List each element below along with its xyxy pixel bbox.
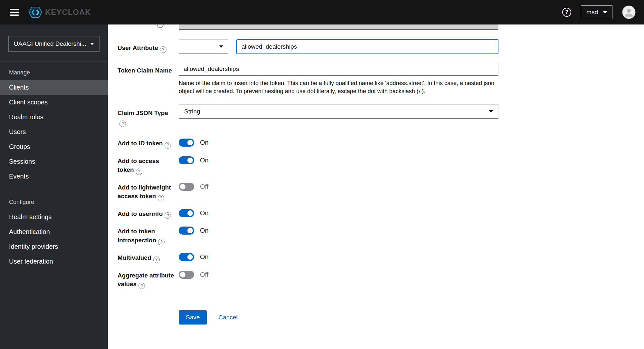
avatar[interactable] bbox=[622, 5, 636, 19]
sidebar-item-users[interactable]: Users bbox=[0, 124, 108, 139]
sidebar-section-configure: Configure bbox=[0, 191, 108, 209]
help-icon[interactable]: ? bbox=[158, 239, 165, 245]
help-icon[interactable]: ? bbox=[119, 121, 126, 127]
add-to-token-introspection-label: Add to token introspection? bbox=[118, 226, 179, 245]
realm-selector-block: UAAGI Unified Dealershi... bbox=[0, 24, 108, 62]
add-to-access-token-toggle[interactable] bbox=[179, 156, 194, 164]
sidebar-item-user-federation[interactable]: User federation bbox=[0, 254, 108, 269]
sidebar-nav: UAAGI Unified Dealershi... Manage Client… bbox=[0, 24, 108, 349]
chevron-down-icon bbox=[489, 110, 493, 112]
add-to-lightweight-access-token-row: Add to lightweight access token? Off bbox=[118, 182, 644, 201]
cropped-disabled-input bbox=[179, 24, 498, 30]
multivalued-toggle[interactable] bbox=[179, 253, 194, 261]
save-button[interactable]: Save bbox=[179, 310, 207, 325]
sidebar-item-sessions[interactable]: Sessions bbox=[0, 154, 108, 169]
chevron-down-icon bbox=[219, 45, 223, 48]
cropped-help-icon bbox=[157, 24, 164, 28]
keycloak-logo-icon bbox=[28, 6, 43, 18]
sidebar-item-client-scopes[interactable]: Client scopes bbox=[0, 95, 108, 110]
claim-json-type-select[interactable]: String bbox=[179, 104, 498, 119]
chevron-down-icon bbox=[90, 43, 94, 45]
mapper-form: User Attribute? Token Claim Name Name of… bbox=[108, 24, 644, 349]
add-to-userinfo-toggle[interactable] bbox=[179, 209, 194, 217]
cancel-link[interactable]: Cancel bbox=[218, 314, 237, 321]
token-claim-name-label: Token Claim Name bbox=[118, 62, 179, 75]
user-attribute-label: User Attribute? bbox=[118, 39, 179, 53]
sidebar-item-authentication[interactable]: Authentication bbox=[0, 224, 108, 239]
add-to-lightweight-access-token-label: Add to lightweight access token? bbox=[118, 182, 179, 201]
add-to-token-introspection-row: Add to token introspection? On bbox=[118, 226, 644, 245]
user-menu-dropdown[interactable]: msd bbox=[581, 5, 612, 19]
claim-json-type-row: Claim JSON Type? String bbox=[118, 104, 644, 127]
aggregate-attribute-values-label: Aggregate attribute values? bbox=[118, 270, 179, 289]
masthead: KEYCLOAK ? msd bbox=[0, 0, 644, 24]
add-to-id-token-toggle[interactable] bbox=[179, 139, 194, 147]
help-icon[interactable]: ? bbox=[153, 257, 160, 263]
sidebar-item-clients[interactable]: Clients bbox=[0, 80, 108, 95]
user-menu-label: msd bbox=[586, 9, 598, 16]
sidebar-item-events[interactable]: Events bbox=[0, 169, 108, 184]
add-to-userinfo-row: Add to userinfo? On bbox=[118, 208, 644, 219]
user-attribute-row: User Attribute? bbox=[118, 39, 644, 54]
brand-text: KEYCLOAK bbox=[45, 8, 91, 17]
help-icon[interactable]: ? bbox=[158, 195, 164, 201]
toggle-state: On bbox=[200, 139, 209, 146]
aggregate-attribute-values-row: Aggregate attribute values? Off bbox=[118, 270, 644, 289]
aggregate-attribute-values-toggle[interactable] bbox=[179, 271, 194, 279]
help-icon[interactable]: ? bbox=[562, 8, 571, 17]
sidebar-item-realm-settings[interactable]: Realm settings bbox=[0, 209, 108, 224]
add-to-id-token-label: Add to ID token? bbox=[118, 138, 179, 148]
add-to-userinfo-label: Add to userinfo? bbox=[118, 208, 179, 219]
help-icon[interactable]: ? bbox=[138, 283, 145, 289]
add-to-lightweight-access-token-toggle[interactable] bbox=[179, 183, 194, 191]
keycloak-logo: KEYCLOAK bbox=[28, 6, 91, 18]
realm-selector[interactable]: UAAGI Unified Dealershi... bbox=[8, 36, 99, 52]
sidebar-item-identity-providers[interactable]: Identity providers bbox=[0, 239, 108, 254]
add-to-token-introspection-toggle[interactable] bbox=[179, 227, 194, 235]
token-claim-name-helper: Name of the claim to insert into the tok… bbox=[179, 79, 496, 95]
realm-selector-label: UAAGI Unified Dealershi... bbox=[14, 40, 86, 47]
toggle-state: On bbox=[200, 253, 209, 261]
toggle-state: On bbox=[200, 227, 209, 234]
sidebar-item-groups[interactable]: Groups bbox=[0, 139, 108, 154]
toggle-state: On bbox=[200, 157, 209, 164]
sidebar-item-realm-roles[interactable]: Realm roles bbox=[0, 110, 108, 124]
chevron-down-icon bbox=[603, 11, 607, 14]
help-icon[interactable]: ? bbox=[165, 212, 171, 219]
toggle-state: On bbox=[200, 209, 209, 217]
token-claim-name-input[interactable] bbox=[179, 62, 498, 76]
nav-toggle-icon[interactable] bbox=[10, 9, 19, 16]
add-to-access-token-label: Add to access token? bbox=[118, 156, 179, 175]
cropped-form-row bbox=[118, 24, 644, 31]
help-icon[interactable]: ? bbox=[136, 169, 142, 175]
user-attribute-select[interactable] bbox=[179, 39, 228, 54]
multivalued-label: Multivalued? bbox=[118, 252, 179, 263]
add-to-id-token-row: Add to ID token? On bbox=[118, 138, 644, 148]
form-actions: Save Cancel bbox=[179, 310, 644, 325]
multivalued-row: Multivalued? On bbox=[118, 252, 644, 263]
sidebar-section-manage: Manage bbox=[0, 62, 108, 80]
token-claim-name-row: Token Claim Name Name of the claim to in… bbox=[118, 62, 644, 95]
help-icon[interactable]: ? bbox=[160, 46, 166, 53]
add-to-access-token-row: Add to access token? On bbox=[118, 156, 644, 175]
user-attribute-input[interactable] bbox=[236, 39, 498, 54]
toggle-state: Off bbox=[200, 183, 208, 190]
claim-json-type-label: Claim JSON Type? bbox=[118, 104, 179, 127]
help-icon[interactable]: ? bbox=[165, 142, 171, 149]
toggle-state: Off bbox=[200, 271, 208, 278]
